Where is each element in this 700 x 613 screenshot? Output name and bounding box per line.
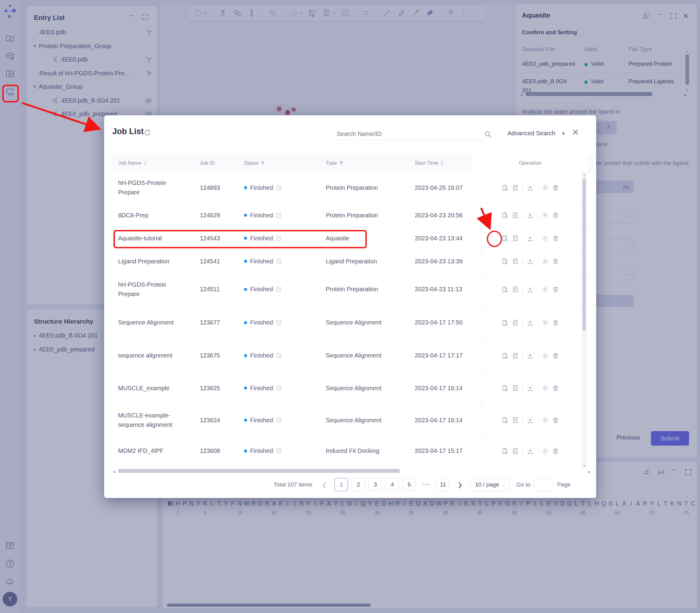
next-page-button[interactable]: ❯ (453, 478, 467, 491)
job-row[interactable]: Sequence Alignment123677FinishedSequence… (112, 306, 593, 340)
log-icon[interactable] (276, 212, 281, 218)
refresh-icon[interactable] (143, 129, 151, 136)
advanced-search-button[interactable]: Advanced Search (507, 130, 555, 137)
log-icon[interactable] (276, 386, 281, 391)
page-button-3[interactable]: 3 (368, 478, 382, 491)
job-log-icon[interactable] (512, 235, 519, 242)
job-name: 8DC8-Prep (118, 211, 185, 220)
view-result-icon[interactable] (501, 184, 508, 191)
download-icon[interactable] (527, 286, 533, 293)
view-result-icon[interactable] (501, 212, 508, 219)
view-result-icon[interactable] (501, 258, 508, 264)
delete-job-icon[interactable] (552, 417, 559, 423)
job-status: Finished (250, 184, 273, 191)
modal-hscroll-thumb[interactable] (118, 469, 400, 473)
download-icon[interactable] (527, 184, 533, 191)
goto-page-input[interactable] (534, 478, 554, 491)
view-result-icon[interactable] (501, 286, 508, 293)
view-result-icon[interactable] (501, 352, 508, 359)
job-log-icon[interactable] (512, 448, 519, 454)
download-icon[interactable] (527, 212, 533, 219)
download-icon[interactable] (527, 352, 533, 359)
job-log-icon[interactable] (512, 212, 519, 219)
job-log-icon[interactable] (512, 417, 519, 423)
stop-job-icon[interactable] (542, 385, 548, 391)
delete-job-icon[interactable] (552, 319, 559, 326)
download-icon[interactable] (527, 417, 533, 423)
job-log-icon[interactable] (512, 352, 519, 359)
job-log-icon[interactable] (512, 319, 519, 326)
modal-hscroll-right-icon[interactable]: ▶ (588, 470, 591, 474)
log-icon[interactable] (276, 235, 281, 241)
stop-job-icon[interactable] (542, 212, 548, 219)
page-size-select[interactable]: 10 / page⌄ (470, 478, 510, 491)
stop-job-icon[interactable] (542, 352, 548, 359)
modal-vscroll-track[interactable]: ▲ (582, 172, 587, 468)
page-button-1[interactable]: 1 (335, 478, 348, 491)
job-row[interactable]: MDM2 IFD_4IPF123608FinishedInduced Fit D… (112, 436, 593, 466)
download-icon[interactable] (527, 319, 533, 326)
log-icon[interactable] (276, 185, 281, 191)
col-status[interactable]: Status (244, 160, 326, 166)
download-icon[interactable] (527, 385, 533, 391)
log-icon[interactable] (276, 319, 281, 325)
job-log-icon[interactable] (512, 258, 519, 264)
delete-job-icon[interactable] (552, 385, 559, 391)
stop-job-icon[interactable] (542, 319, 548, 326)
delete-job-icon[interactable] (552, 352, 559, 359)
job-row[interactable]: hH-PGDS-Protein Prepare124893FinishedPro… (112, 172, 593, 204)
delete-job-icon[interactable] (552, 258, 559, 264)
job-log-icon[interactable] (512, 286, 519, 293)
job-row[interactable]: MUSCLE-example-sequence alignment123624F… (112, 405, 593, 436)
stop-job-icon[interactable] (542, 417, 548, 423)
download-icon[interactable] (527, 258, 533, 264)
job-row[interactable]: Aquasite-tutorial124543FinishedAquasite2… (112, 227, 593, 250)
prev-page-button[interactable]: ❮ (317, 478, 331, 491)
sort-icon (440, 161, 444, 166)
log-icon[interactable] (276, 417, 281, 423)
stop-job-icon[interactable] (542, 235, 548, 242)
view-result-icon[interactable] (501, 448, 508, 454)
col-type[interactable]: Type (326, 160, 415, 166)
job-log-icon[interactable] (512, 385, 519, 391)
view-result-icon[interactable] (501, 417, 508, 423)
search-input[interactable] (336, 128, 486, 140)
job-row[interactable]: hH-PGDS-Protein Prepare124511FinishedPro… (112, 273, 593, 306)
view-result-icon[interactable] (501, 235, 508, 242)
view-result-icon[interactable] (501, 319, 508, 326)
log-icon[interactable] (276, 286, 281, 292)
page-ellipsis[interactable]: ••• (419, 478, 433, 491)
delete-job-icon[interactable] (552, 212, 559, 219)
stop-job-icon[interactable] (542, 258, 548, 264)
view-result-icon[interactable] (501, 385, 508, 391)
log-icon[interactable] (276, 353, 281, 358)
stop-job-icon[interactable] (542, 448, 548, 454)
job-row[interactable]: sequence alignment123675FinishedSequence… (112, 340, 593, 372)
delete-job-icon[interactable] (552, 184, 559, 191)
delete-job-icon[interactable] (552, 448, 559, 454)
page-button-5[interactable]: 5 (402, 478, 416, 491)
col-start-time[interactable]: Start Time (415, 160, 472, 166)
stop-job-icon[interactable] (542, 184, 548, 191)
page-button-11[interactable]: 11 (436, 478, 450, 491)
page-button-4[interactable]: 4 (386, 478, 399, 491)
search-icon[interactable] (484, 130, 492, 138)
advanced-search-caret-icon[interactable]: ▼ (561, 131, 566, 136)
log-icon[interactable] (276, 259, 281, 264)
job-row[interactable]: 8DC8-Prep124629FinishedProtein Preparati… (112, 204, 593, 227)
delete-job-icon[interactable] (552, 286, 559, 293)
col-job-name[interactable]: Job Name (118, 160, 200, 166)
stop-job-icon[interactable] (542, 286, 548, 293)
job-row[interactable]: MUSCLE_example123625FinishedSequence Ali… (112, 372, 593, 405)
page-button-2[interactable]: 2 (351, 478, 365, 491)
log-icon[interactable] (276, 448, 281, 454)
modal-hscroll-left-icon[interactable]: ◀ (113, 470, 115, 474)
delete-job-icon[interactable] (552, 235, 559, 242)
job-row[interactable]: Ligand Preparation124541FinishedLigand P… (112, 250, 593, 273)
download-icon[interactable] (527, 448, 533, 454)
modal-vscroll-thumb[interactable] (583, 179, 586, 330)
modal-vscroll-down-icon[interactable]: ▼ (582, 464, 587, 468)
job-log-icon[interactable] (512, 184, 519, 191)
download-icon[interactable] (527, 235, 533, 242)
modal-close-icon[interactable]: ✕ (572, 128, 579, 138)
